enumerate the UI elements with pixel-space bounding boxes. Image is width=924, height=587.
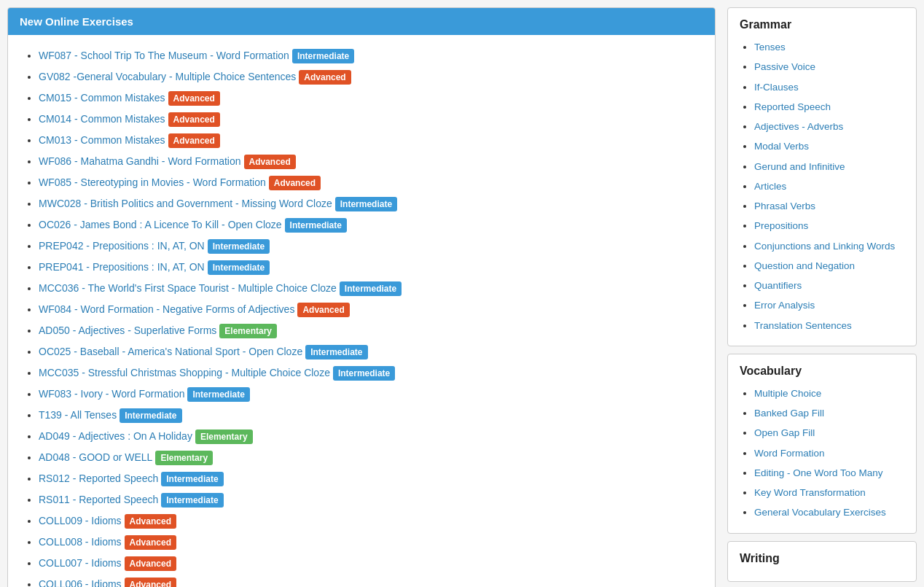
level-badge: Intermediate — [120, 408, 181, 423]
exercise-link[interactable]: PREP041 - Prepositions : IN, AT, ON — [39, 261, 205, 273]
exercise-link[interactable]: CM014 - Common Mistakes — [39, 113, 165, 125]
list-item: Error Analysis — [754, 295, 904, 315]
list-item: AD048 - GOOD or WELLElementary — [39, 447, 705, 468]
level-badge: Intermediate — [305, 345, 367, 359]
exercise-link[interactable]: WF083 - Ivory - Word Formation — [39, 388, 184, 400]
vocabulary-link[interactable]: Open Gap Fill — [754, 427, 815, 438]
grammar-link[interactable]: Modal Verbs — [754, 141, 809, 152]
level-badge: Advanced — [168, 112, 220, 127]
vocabulary-title: Vocabulary — [740, 365, 904, 378]
grammar-link[interactable]: Phrasal Verbs — [754, 201, 815, 211]
list-item: Editing - One Word Too Many — [754, 463, 904, 483]
list-item: PREP041 - Prepositions : IN, AT, ONInter… — [39, 257, 705, 278]
exercise-link[interactable]: COLL007 - Idioms — [39, 557, 122, 569]
exercise-link[interactable]: COLL008 - Idioms — [39, 536, 122, 548]
exercises-list: WF087 - School Trip To The Museum - Word… — [23, 45, 705, 587]
list-item: Adjectives - Adverbs — [754, 117, 904, 136]
exercise-link[interactable]: COLL006 - Idioms — [39, 578, 122, 587]
vocabulary-link[interactable]: Editing - One Word Too Many — [754, 467, 883, 478]
list-item: General Vocabulary Exercises — [754, 502, 904, 522]
grammar-link[interactable]: Reported Speech — [754, 101, 831, 112]
exercise-link[interactable]: MCC036 - The World's First Space Tourist… — [39, 282, 337, 294]
grammar-title: Grammar — [740, 18, 904, 31]
vocabulary-link[interactable]: General Vocabulary Exercises — [754, 507, 886, 518]
list-item: Modal Verbs — [754, 136, 904, 156]
writing-section: Writing — [727, 541, 917, 582]
level-badge: Intermediate — [340, 281, 402, 296]
level-badge: Advanced — [125, 535, 176, 550]
list-item: Conjunctions and Linking Words — [754, 236, 904, 256]
exercise-link[interactable]: RS012 - Reported Speech — [39, 473, 158, 484]
grammar-link[interactable]: If-Clauses — [754, 82, 799, 93]
grammar-link[interactable]: Adjectives - Adverbs — [754, 121, 843, 132]
list-item: Articles — [754, 176, 904, 196]
list-item: OC026 - James Bond : A Licence To Kill -… — [39, 214, 705, 236]
list-item: WF087 - School Trip To The Museum - Word… — [39, 45, 705, 66]
level-badge: Intermediate — [292, 49, 354, 63]
level-badge: Intermediate — [161, 493, 223, 508]
exercise-link[interactable]: MWC028 - British Politics and Government… — [39, 198, 332, 209]
main-panel: New Online Exercises WF087 - School Trip… — [7, 7, 716, 587]
grammar-list: TensesPassive VoiceIf-ClausesReported Sp… — [740, 37, 904, 335]
grammar-link[interactable]: Question and Negation — [754, 260, 855, 271]
grammar-link[interactable]: Gerund and Infinitive — [754, 161, 845, 172]
list-item: MCC036 - The World's First Space Tourist… — [39, 278, 705, 299]
vocabulary-link[interactable]: Key Word Transformation — [754, 487, 866, 498]
exercise-link[interactable]: WF087 - School Trip To The Museum - Word… — [39, 50, 289, 61]
list-item: COLL007 - IdiomsAdvanced — [39, 553, 705, 574]
vocabulary-link[interactable]: Word Formation — [754, 448, 825, 459]
grammar-link[interactable]: Articles — [754, 181, 786, 192]
grammar-link[interactable]: Tenses — [754, 42, 786, 53]
exercise-link[interactable]: MCC035 - Stressful Christmas Shopping - … — [39, 367, 330, 378]
vocabulary-link[interactable]: Multiple Choice — [754, 388, 821, 399]
sidebar: Grammar TensesPassive VoiceIf-ClausesRep… — [727, 7, 917, 587]
level-badge: Intermediate — [208, 239, 270, 254]
level-badge: Intermediate — [335, 197, 397, 211]
level-badge: Advanced — [125, 578, 176, 587]
list-item: If-Clauses — [754, 77, 904, 97]
exercise-link[interactable]: WF084 - Word Formation - Negative Forms … — [39, 303, 294, 315]
grammar-link[interactable]: Translation Sentences — [754, 320, 852, 331]
exercises-box: New Online Exercises WF087 - School Trip… — [7, 7, 716, 587]
list-item: Tenses — [754, 37, 904, 57]
list-item: RS011 - Reported SpeechIntermediate — [39, 489, 705, 510]
grammar-link[interactable]: Conjunctions and Linking Words — [754, 241, 895, 252]
list-item: CM014 - Common MistakesAdvanced — [39, 109, 705, 130]
list-item: PREP042 - Prepositions : IN, AT, ONInter… — [39, 236, 705, 257]
exercise-link[interactable]: T139 - All Tenses — [39, 409, 117, 421]
list-item: CM013 - Common MistakesAdvanced — [39, 130, 705, 151]
list-item: AD050 - Adjectives - Superlative FormsEl… — [39, 320, 705, 341]
vocabulary-link[interactable]: Banked Gap Fill — [754, 408, 824, 419]
exercise-link[interactable]: RS011 - Reported Speech — [39, 494, 158, 505]
list-item: Word Formation — [754, 443, 904, 463]
list-item: Key Word Transformation — [754, 483, 904, 502]
grammar-link[interactable]: Prepositions — [754, 220, 808, 231]
exercise-link[interactable]: OC026 - James Bond : A Licence To Kill -… — [39, 219, 282, 230]
exercise-link[interactable]: PREP042 - Prepositions : IN, AT, ON — [39, 240, 205, 252]
list-item: OC025 - Baseball - America's National Sp… — [39, 341, 705, 362]
grammar-link[interactable]: Passive Voice — [754, 61, 815, 72]
list-item: T139 - All TensesIntermediate — [39, 405, 705, 426]
vocabulary-list: Multiple ChoiceBanked Gap FillOpen Gap F… — [740, 384, 904, 523]
list-item: Open Gap Fill — [754, 423, 904, 443]
level-badge: Intermediate — [333, 366, 395, 381]
level-badge: Advanced — [269, 176, 321, 190]
exercise-link[interactable]: CM013 - Common Mistakes — [39, 134, 165, 146]
list-item: COLL006 - IdiomsAdvanced — [39, 574, 705, 587]
vocabulary-section: Vocabulary Multiple ChoiceBanked Gap Fil… — [727, 354, 917, 534]
grammar-link[interactable]: Quantifiers — [754, 280, 802, 291]
exercise-link[interactable]: CM015 - Common Mistakes — [39, 92, 165, 104]
exercise-link[interactable]: AD049 - Adjectives : On A Holiday — [39, 430, 192, 442]
exercise-link[interactable]: GV082 -General Vocabulary - Multiple Cho… — [39, 71, 296, 82]
level-badge: Advanced — [168, 91, 220, 106]
exercise-link[interactable]: OC025 - Baseball - America's National Sp… — [39, 346, 302, 357]
exercise-link[interactable]: AD048 - GOOD or WELL — [39, 451, 152, 463]
list-item: Passive Voice — [754, 57, 904, 77]
list-item: Reported Speech — [754, 97, 904, 117]
exercise-link[interactable]: WF085 - Stereotyping in Movies - Word Fo… — [39, 176, 266, 188]
grammar-link[interactable]: Error Analysis — [754, 300, 815, 311]
exercise-link[interactable]: WF086 - Mahatma Gandhi - Word Formation — [39, 155, 241, 167]
list-item: MWC028 - British Politics and Government… — [39, 193, 705, 214]
exercise-link[interactable]: AD050 - Adjectives - Superlative Forms — [39, 324, 216, 336]
exercise-link[interactable]: COLL009 - Idioms — [39, 515, 122, 526]
